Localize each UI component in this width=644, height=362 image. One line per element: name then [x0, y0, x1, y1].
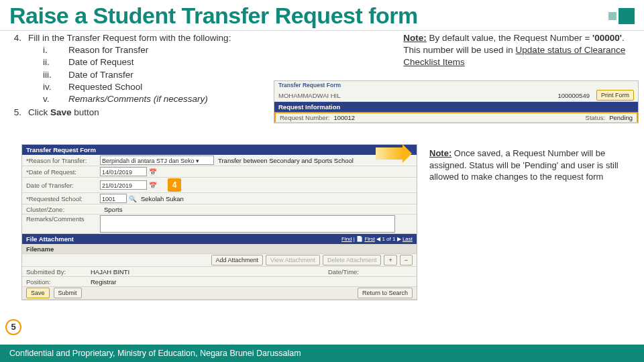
step-4-lead: Fill in the Transfer Request form with t…: [28, 32, 398, 44]
return-to-search-button[interactable]: Return to Search: [358, 288, 413, 298]
calendar-icon[interactable]: 📅: [149, 168, 157, 176]
form-title-bar: Transfer Request Form: [22, 145, 417, 155]
substep: Date of Request: [63, 56, 134, 68]
status-value: Pending: [609, 114, 633, 121]
submitted-by-value: HAJAH BINTI: [91, 268, 129, 276]
page-title: Raise a Student Transfer Request form: [9, 3, 418, 29]
reason-select[interactable]: Berpindah di antara STJ dan Seko ▾: [100, 156, 214, 165]
title-bar: Raise a Student Transfer Request form: [0, 0, 644, 31]
save-word: Save: [50, 107, 72, 117]
first-link[interactable]: First: [364, 236, 375, 242]
find-link[interactable]: Find: [341, 236, 352, 242]
student-row: MOHAMMADWAI HIL 100000549 Print Form: [274, 89, 638, 102]
school-input[interactable]: 1001: [100, 194, 127, 203]
substep: Reason for Transfer: [63, 44, 148, 56]
print-form-button[interactable]: Print Form: [596, 90, 634, 101]
request-info-section: Request Information: [274, 102, 638, 112]
add-attachment-button[interactable]: Add Attachment: [211, 255, 264, 265]
request-number-row: Request Number: 100012 Status: Pending: [274, 112, 638, 123]
note-2: Note: Once saved, a Request Number will …: [429, 147, 637, 183]
file-attachment-section: File Attachment: [26, 235, 74, 243]
step-4-number: 4.: [5, 32, 28, 105]
delete-attachment-button[interactable]: Delete Attachment: [323, 255, 382, 265]
step-5-number: 5.: [5, 107, 28, 119]
note-1: Note: By default value, the Request Numb…: [403, 32, 639, 69]
callout-5: 5: [5, 319, 21, 335]
position-value: Registrar: [91, 278, 117, 286]
scr-title: Transfer Request Form: [274, 81, 638, 89]
save-button[interactable]: Save: [26, 288, 50, 298]
remarks-textarea[interactable]: [100, 215, 395, 233]
substep: Remarks/Comments (if necessary): [63, 93, 208, 105]
title-decoration: [608, 8, 635, 24]
submit-button[interactable]: Submit: [54, 288, 82, 298]
lookup-icon[interactable]: 🔍: [129, 195, 137, 202]
arrow-indicator: [376, 147, 402, 160]
date-transfer-input[interactable]: 21/01/2019: [100, 180, 147, 190]
request-number-value: 100012: [333, 114, 355, 121]
last-link[interactable]: Last: [402, 236, 413, 242]
callout-4: 4: [168, 178, 181, 192]
remove-row-button[interactable]: −: [400, 255, 413, 265]
add-row-button[interactable]: +: [384, 255, 396, 265]
footer: Confidential and Proprietary, Ministry o…: [0, 345, 644, 362]
view-attachment-button[interactable]: View Attachment: [266, 255, 320, 265]
substep: Requested School: [63, 81, 142, 93]
cluster-value: Sports: [104, 206, 122, 213]
date-request-input[interactable]: 14/01/2019: [100, 167, 147, 176]
substep: Date of Transfer: [63, 69, 133, 81]
calendar-icon[interactable]: 📅: [149, 182, 157, 189]
